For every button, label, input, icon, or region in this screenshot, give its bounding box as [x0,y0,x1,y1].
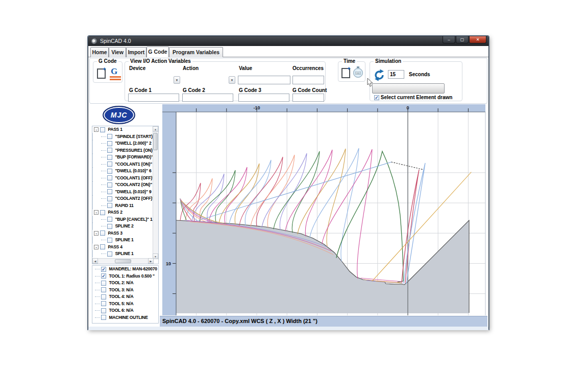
expander-icon[interactable]: - [94,210,99,215]
layer-item[interactable]: TOOL 6: N/A [92,307,158,314]
minimize-button[interactable]: – [443,36,455,43]
tree-checkbox[interactable] [100,231,105,236]
tab-view[interactable]: View [109,47,126,57]
tree-item-label[interactable]: "COOLANT2 (OFF)" 10 [115,196,158,201]
tree-checkbox[interactable] [107,148,112,153]
generate-gcode-icon[interactable]: G [110,68,121,80]
expander-icon[interactable]: - [94,127,99,132]
new-time-document-icon[interactable]: ✦ [341,68,350,78]
layer-checkbox[interactable] [101,301,106,306]
gcode3-input[interactable] [238,94,289,102]
tree-item[interactable]: RAPID 11 [92,202,158,210]
layer-label[interactable]: TOOL 5: N/A [109,301,133,306]
tree-item-label[interactable]: "BUP (CANCEL)" 1 [115,217,152,222]
tree-item-label[interactable]: "COOLANT1 (ON)" 5 [115,162,155,167]
layer-label[interactable]: TOOL 1: Radius 0.500 " [109,273,155,279]
layer-item[interactable]: TOOL 5: N/A [92,301,158,308]
select-element-label[interactable]: Select current Element drawn [381,95,453,100]
expander-icon[interactable]: - [94,231,99,236]
layer-checkbox[interactable] [101,308,106,313]
tree-checkbox[interactable] [107,155,112,160]
layer-checkbox[interactable]: ✓ [101,273,106,279]
scroll-left-button[interactable]: ◀ [92,258,98,264]
tree-item[interactable]: "DWELL (2.000)" 2 [92,140,158,147]
layer-label[interactable]: TOOL 3: N/A [109,287,133,292]
tree-checkbox[interactable] [107,134,112,139]
tree-item-label[interactable]: "COOLANT2 (ON)" 8 [115,182,155,187]
tree-item[interactable]: "PRESSURE1 (ON)" 3 [92,147,158,154]
tree-item-label[interactable]: "DWELL (0.010)" 6 [115,168,151,173]
tree-checkbox[interactable] [107,189,112,194]
layer-label[interactable]: TOOL 2: N/A [109,280,133,285]
seconds-input[interactable]: 15 [388,70,404,79]
tree-checkbox[interactable] [107,141,112,146]
tree-item[interactable]: SPLINE 2 [92,223,158,230]
tree-node-label[interactable]: PASS 1 [108,127,122,132]
tree-item-label[interactable]: "PRESSURE1 (ON)" 3 [115,148,158,153]
tree-checkbox[interactable] [107,251,112,257]
tree-item[interactable]: "DWELL (0.010)" 9 [92,189,158,196]
action-dropdown[interactable]: ▼ [229,76,235,84]
layer-checkbox[interactable] [101,287,106,292]
tree-checkbox[interactable] [107,238,112,243]
value-input[interactable] [238,76,290,84]
tree-item[interactable]: "SPINDLE (START)" 1 [92,133,158,141]
layer-checkbox[interactable] [101,281,106,286]
layer-checkbox[interactable] [101,315,106,320]
tree-node[interactable]: - PASS 4 [92,244,158,251]
title-bar[interactable]: SpinCAD 4.0 – ▢ ✕ [88,36,488,46]
tree-node-label[interactable]: PASS 3 [108,231,122,236]
tree-vertical-scrollbar[interactable]: ▲ ▼ [153,126,158,259]
tab-g-code[interactable]: G Code [146,47,169,57]
select-element-checkbox[interactable]: ✓ [374,95,379,100]
occurrences-input[interactable] [292,76,324,84]
new-gcode-document-icon[interactable]: ✦ [97,68,106,79]
maximize-button[interactable]: ▢ [456,36,469,43]
tree-node-label[interactable]: PASS 2 [108,210,122,215]
tree-item[interactable]: "COOLANT1 (ON)" 5 [92,161,158,168]
tree-checkbox[interactable] [107,224,112,229]
tree-checkbox[interactable] [107,196,112,201]
gcode-count-input[interactable] [292,94,324,102]
layer-label[interactable]: TOOL 4: N/A [109,294,133,299]
tree-item[interactable]: "COOLANT2 (OFF)" 10 [92,195,158,202]
layer-item[interactable]: TOOL 3: N/A [92,287,158,294]
tree-item-label[interactable]: "DWELL (2.000)" 2 [115,141,151,146]
scroll-right-button[interactable]: ▶ [148,258,154,264]
scroll-thumb[interactable] [115,259,131,263]
gcode2-input[interactable] [182,94,233,102]
tree-item-label[interactable]: "COOLANT1 (OFF)" 7 [115,175,157,180]
tree-item[interactable]: "COOLANT1 (OFF)" 7 [92,175,158,182]
layer-item[interactable]: TOOL 2: N/A [92,280,158,287]
tree-node[interactable]: - PASS 1 [92,126,158,133]
tree-item-label[interactable]: "SPINDLE (START)" 1 [115,134,158,139]
tree-item-label[interactable]: RAPID 11 [115,203,133,208]
scroll-up-button[interactable]: ▲ [153,126,158,132]
tree-item[interactable]: "COOLANT2 (ON)" 8 [92,181,158,189]
tree-checkbox[interactable] [107,203,112,208]
tree-item-label[interactable]: SPLINE 2 [115,223,133,228]
tree-node-label[interactable]: PASS 4 [108,244,122,249]
tree-node[interactable]: - PASS 2 [92,209,158,216]
gcode1-input[interactable] [128,94,179,102]
tree-checkbox[interactable] [100,210,105,215]
tab-home[interactable]: Home [90,47,109,57]
layer-item[interactable]: MACHINE OUTLINE [92,314,158,321]
layer-label[interactable]: MACHINE OUTLINE [109,315,148,320]
tree-item[interactable]: "DWELL (0.010)" 6 [92,168,158,175]
tab-import[interactable]: Import [126,47,146,57]
toolpath-plot[interactable]: -10010 [162,104,488,315]
tree-item[interactable]: "BUP (CANCEL)" 1 [92,216,158,223]
tab-program-variables[interactable]: Program Variables [169,47,223,57]
tree-checkbox[interactable] [107,217,112,222]
tree-node[interactable]: - PASS 3 [92,230,158,237]
tree-checkbox[interactable] [107,182,112,188]
tree-checkbox[interactable] [107,169,112,174]
layer-label[interactable]: TOOL 6: N/A [109,308,133,313]
run-simulation-icon[interactable] [373,69,385,81]
tree-checkbox[interactable] [100,244,105,249]
tree-item[interactable]: "BUP (FORWARD)" 4 [92,154,158,161]
scroll-thumb[interactable] [153,133,158,150]
tree-item-label[interactable]: "DWELL (0.010)" 9 [115,189,151,194]
stopwatch-icon[interactable]: 888 [353,68,363,78]
